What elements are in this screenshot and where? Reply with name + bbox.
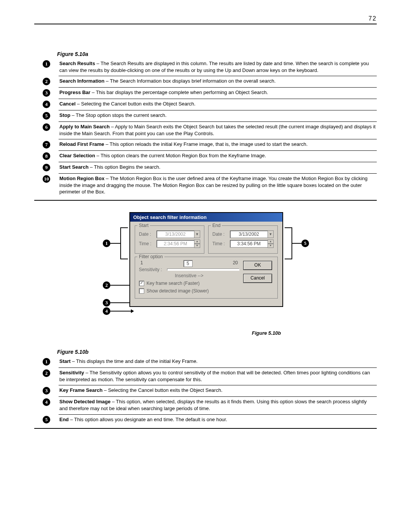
arrow-icon	[110, 243, 120, 244]
legend-description: Show Detected Image – This option, when …	[59, 397, 377, 414]
number-badge: 1	[43, 60, 50, 68]
bracket-right-icon	[285, 227, 292, 259]
dropdown-icon[interactable]: ▼	[194, 230, 200, 238]
legend-description: Progress Bar – This bar displays the per…	[59, 88, 377, 99]
end-group: End Date : 3/13/2002 ▼ Time : 3:34:56 PM…	[208, 225, 278, 254]
legend-number-cell: 6	[34, 122, 59, 139]
figure-a-bottom-rule	[34, 200, 377, 201]
start-time-field[interactable]: 2:34:56 PM	[156, 240, 194, 248]
end-time-label: Time :	[212, 241, 230, 246]
legend-number-cell: 5	[34, 110, 59, 122]
showdetected-label: Show detected image (Slower)	[147, 288, 209, 294]
table-row: 6Apply to Main Search – Apply to Main Se…	[34, 122, 377, 139]
callout-number: 4	[103, 307, 110, 315]
table-row: 4Cancel – Selecting the Cancel button ex…	[34, 99, 377, 110]
figure-b-illustration: 1 5 2 3 4 Object search filter informati…	[84, 212, 327, 326]
sensitivity-label: Sensitivity :	[139, 267, 166, 272]
legend-description: Apply to Main Search – Apply to Main Sea…	[59, 122, 377, 139]
table-row: 1Search Results – The Search Results are…	[34, 59, 377, 76]
scale-left: 1	[140, 260, 143, 267]
legend-number-cell: 1	[34, 59, 59, 76]
table-row: 4Show Detected Image – This option, when…	[34, 397, 377, 414]
number-badge: 2	[43, 369, 50, 377]
legend-number-cell: 9	[34, 162, 59, 174]
table-row: 2Search Information – The Search Informa…	[34, 76, 377, 88]
filter-group: Filter option 1 5 20 Sensitivity :	[135, 257, 278, 299]
figure-b-title: Figure 5.10b	[57, 349, 377, 355]
spinner-icon[interactable]: ▲▼	[194, 240, 200, 248]
bracket-left-icon	[120, 227, 128, 259]
end-date-field[interactable]: 3/13/2002	[230, 230, 268, 238]
group-title: Filter option	[137, 254, 164, 259]
arrow-icon	[110, 302, 131, 303]
number-badge: 3	[43, 387, 50, 395]
number-badge: 7	[43, 141, 50, 149]
number-badge: 1	[43, 358, 50, 366]
spinner-icon[interactable]: ▲▼	[268, 240, 274, 248]
dropdown-icon[interactable]: ▼	[268, 230, 274, 238]
callout-4: 4	[103, 307, 134, 315]
number-badge: 8	[43, 152, 50, 160]
legend-description: Reload First Frame – This option reloads…	[59, 139, 377, 151]
group-title: End	[211, 223, 222, 228]
number-badge: 10	[43, 175, 50, 183]
callout-number: 3	[103, 299, 110, 307]
object-search-dialog: Object search filter information Start D…	[129, 212, 283, 307]
end-time-field[interactable]: 3:34:56 PM	[230, 240, 268, 248]
legend-description: Cancel – Selecting the Cancel button exi…	[59, 99, 377, 110]
table-row: 7Reload First Frame – This option reload…	[34, 139, 377, 151]
table-row: 2Sensitivity – The Sensitivity option al…	[34, 368, 377, 385]
page-number: 72	[34, 15, 377, 22]
arrow-icon	[110, 311, 131, 312]
start-date-label: Date :	[139, 232, 156, 237]
table-row: 8Clear Selection – This option clears th…	[34, 151, 377, 162]
checkbox-icon[interactable]: ✓	[139, 281, 144, 286]
legend-description: Sensitivity – The Sensitivity option all…	[59, 368, 377, 385]
sensitivity-value[interactable]: 5	[183, 260, 193, 267]
cancel-button[interactable]: Cancel	[243, 274, 272, 283]
table-row: 10Motion Region Box – The Motion Region …	[34, 174, 377, 198]
number-badge: 6	[43, 123, 50, 131]
start-date-field[interactable]: 3/13/2002	[156, 230, 194, 238]
legend-number-cell: 3	[34, 385, 59, 397]
checkbox-icon[interactable]	[139, 288, 144, 294]
legend-number-cell: 4	[34, 99, 59, 110]
figure-b-caption: Figure 5.10b	[156, 330, 377, 336]
callout-1: 1	[103, 240, 120, 247]
figure-b-bottom-rule	[34, 428, 377, 429]
legend-number-cell: 1	[34, 356, 59, 368]
scale-right: 20	[233, 260, 238, 267]
legend-number-cell: 5	[34, 414, 59, 426]
start-time-label: Time :	[139, 241, 156, 246]
ok-button[interactable]: OK	[243, 261, 272, 270]
dialog-titlebar: Object search filter information	[130, 213, 282, 222]
number-badge: 4	[43, 101, 50, 108]
keyframe-label: Key frame search (Faster)	[147, 281, 199, 286]
legend-description: Stop – The Stop option stops the current…	[59, 110, 377, 122]
legend-description: Motion Region Box – The Motion Region Bo…	[59, 174, 377, 198]
document-page: 72 Figure 5.10a 1Search Results – The Se…	[0, 0, 411, 463]
legend-number-cell: 10	[34, 174, 59, 198]
legend-description: Clear Selection – This option clears the…	[59, 151, 377, 162]
legend-description: Key Frame Search – Selecting the Cancel …	[59, 385, 377, 397]
callout-number: 2	[103, 281, 110, 289]
legend-number-cell: 7	[34, 139, 59, 151]
arrow-icon	[110, 285, 131, 286]
top-rule	[34, 24, 377, 24]
group-title: Start	[137, 223, 150, 228]
legend-description: Search Results – The Search Results are …	[59, 59, 377, 76]
showdetected-checkbox-row[interactable]: Show detected image (Slower)	[139, 288, 239, 294]
table-row: 1Start – This displays the time and date…	[34, 356, 377, 368]
arrow-icon	[292, 243, 301, 244]
sensitivity-slider[interactable]	[167, 268, 239, 271]
number-badge: 3	[43, 89, 50, 97]
keyframe-checkbox-row[interactable]: ✓ Key frame search (Faster)	[139, 281, 239, 286]
legend-description: Start – This displays the time and date …	[59, 356, 377, 368]
number-badge: 9	[43, 164, 50, 171]
number-badge: 4	[43, 398, 50, 406]
callout-5: 5	[292, 240, 309, 247]
legend-number-cell: 3	[34, 88, 59, 99]
number-badge: 5	[43, 112, 50, 120]
figure-b-table: 1Start – This displays the time and date…	[34, 356, 377, 426]
table-row: 5End – This option allows you designate …	[34, 414, 377, 426]
